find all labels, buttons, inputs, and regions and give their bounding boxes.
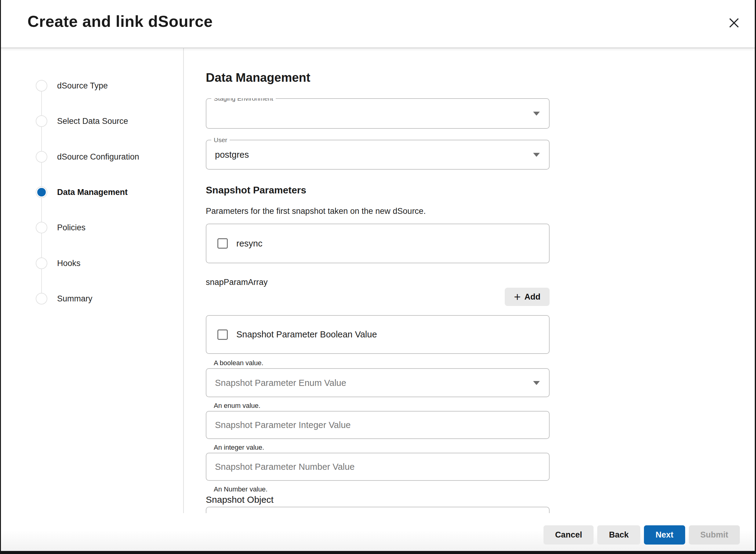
add-row: + Add — [206, 288, 550, 306]
step-dsource-type[interactable]: dSource Type — [0, 79, 183, 92]
user-label: User — [211, 136, 230, 144]
dialog-title: Create and link dSource — [28, 12, 213, 31]
boolean-label: Snapshot Parameter Boolean Value — [236, 329, 377, 339]
screen-edge-left — [0, 0, 1, 554]
chevron-down-icon — [533, 381, 540, 385]
step-circle-icon-active — [36, 186, 47, 198]
back-button[interactable]: Back — [597, 525, 640, 545]
cancel-button[interactable]: Cancel — [544, 525, 594, 545]
dialog-footer: Cancel Back Next Submit — [0, 513, 756, 551]
step-label: dSource Configuration — [57, 152, 139, 162]
screen-edge-right — [755, 0, 756, 554]
close-button[interactable] — [727, 16, 741, 30]
snapshot-object-label: Snapshot Object — [206, 495, 550, 505]
step-circle-icon — [36, 293, 47, 304]
step-circle-icon — [36, 258, 47, 269]
close-icon — [727, 26, 741, 31]
step-select-data-source[interactable]: Select Data Source — [0, 115, 183, 127]
snapshot-parameter-integer-input[interactable] — [206, 411, 550, 439]
number-helper-text: An Number value. — [206, 486, 550, 493]
page-title: Data Management — [206, 71, 310, 85]
snapshot-parameter-enum-select[interactable]: Snapshot Parameter Enum Value — [206, 368, 550, 397]
dialog-header: Create and link dSource — [0, 0, 756, 48]
step-circle-icon — [36, 222, 47, 233]
staging-environment-select[interactable]: Staging Environment — [206, 98, 550, 129]
chevron-down-icon — [533, 153, 540, 157]
form-scroll-area[interactable]: Staging Environment User postgres Snapsh… — [206, 98, 550, 513]
snapshot-parameter-number-input[interactable] — [206, 453, 550, 481]
step-label: Hooks — [57, 259, 81, 268]
step-label: Data Management — [57, 187, 128, 197]
chevron-down-icon — [533, 112, 540, 116]
integer-helper-text: An integer value. — [206, 444, 550, 451]
submit-button: Submit — [689, 525, 740, 545]
plus-icon: + — [514, 291, 520, 302]
wizard-stepper: dSource Type Select Data Source dSource … — [0, 48, 183, 513]
step-policies[interactable]: Policies — [0, 221, 183, 234]
step-circle-icon — [36, 115, 47, 127]
step-dsource-configuration[interactable]: dSource Configuration — [0, 151, 183, 163]
boolean-checkbox[interactable] — [217, 329, 228, 340]
snapshot-parameter-boolean-field: Snapshot Parameter Boolean Value — [206, 315, 550, 354]
staging-environment-label: Staging Environment — [211, 98, 276, 103]
step-label: Select Data Source — [57, 117, 128, 126]
next-button[interactable]: Next — [644, 525, 685, 545]
step-circle-icon — [36, 80, 47, 92]
snapshot-object-field[interactable] — [206, 507, 550, 513]
create-dsource-dialog: Create and link dSource dSource Type Sel… — [0, 0, 756, 554]
resync-checkbox[interactable] — [217, 238, 228, 248]
step-label: dSource Type — [57, 81, 108, 91]
add-button[interactable]: + Add — [505, 288, 550, 306]
snap-param-array-label: snapParamArray — [206, 278, 550, 286]
resync-label: resync — [236, 238, 262, 248]
step-label: Summary — [57, 294, 93, 303]
snapshot-parameters-description: Parameters for the first snapshot taken … — [206, 207, 550, 215]
snapshot-parameters-heading: Snapshot Parameters — [206, 184, 550, 196]
main-content: Data Management Staging Environment User… — [206, 48, 550, 513]
resync-field: resync — [206, 224, 550, 263]
step-summary[interactable]: Summary — [0, 292, 183, 305]
user-select[interactable]: User postgres — [206, 140, 550, 170]
enum-helper-text: An enum value. — [206, 402, 550, 409]
step-hooks[interactable]: Hooks — [0, 257, 183, 269]
step-label: Policies — [57, 223, 86, 232]
step-circle-icon — [36, 151, 47, 163]
screen-edge-bottom — [0, 551, 756, 554]
boolean-helper-text: A boolean value. — [206, 359, 550, 367]
step-data-management[interactable]: Data Management — [0, 186, 183, 198]
enum-placeholder: Snapshot Parameter Enum Value — [215, 378, 346, 388]
add-button-label: Add — [524, 292, 541, 302]
sidebar-divider — [183, 48, 184, 513]
user-selected-value: postgres — [215, 150, 249, 160]
active-step-dot — [37, 188, 46, 197]
